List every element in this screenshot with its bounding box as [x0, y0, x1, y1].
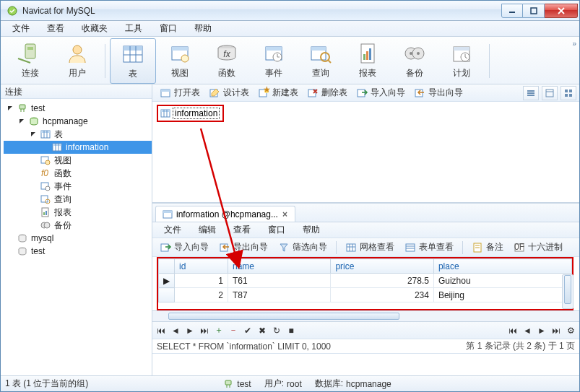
datatb-import-button[interactable]: 导入向导: [155, 240, 213, 254]
nav-first-button[interactable]: ⏮: [154, 324, 168, 337]
toolbar-event-button[interactable]: 事件: [250, 38, 297, 84]
cell[interactable]: Guizhou: [433, 274, 571, 288]
nav-page-last-button[interactable]: ⏭: [549, 324, 563, 337]
nav-next-button[interactable]: ►: [183, 324, 197, 337]
expand-arrow-icon[interactable]: [18, 118, 25, 125]
col-header[interactable]: place: [433, 259, 571, 274]
tree-node[interactable]: 报表: [4, 206, 152, 219]
data-menu-file[interactable]: 文件: [155, 222, 190, 238]
nav-stop-button[interactable]: ■: [284, 324, 298, 337]
expand-arrow-icon[interactable]: [7, 105, 14, 112]
tree-node[interactable]: hcpmanage: [4, 115, 152, 128]
cell[interactable]: Beijing: [433, 288, 571, 302]
cell[interactable]: 2: [175, 288, 228, 302]
col-header[interactable]: price: [331, 259, 433, 274]
close-button[interactable]: [545, 4, 578, 18]
col-header[interactable]: id: [175, 259, 228, 274]
toolbar-view-button[interactable]: 视图: [156, 38, 203, 84]
tree-node[interactable]: 备份: [4, 219, 152, 232]
nav-settings-icon[interactable]: ⚙: [563, 324, 578, 337]
tree-node[interactable]: test: [4, 245, 152, 258]
view-mode-list-button[interactable]: [523, 86, 539, 100]
data-grid[interactable]: idnamepriceplace▶1T61278.5Guizhou2T87234…: [158, 258, 572, 302]
menu-view[interactable]: 查看: [38, 21, 73, 36]
toolbar-query-button[interactable]: 查询: [297, 38, 344, 84]
data-menu-help[interactable]: 帮助: [294, 222, 329, 238]
toolbar-table-button[interactable]: 表: [110, 38, 156, 84]
tree-node[interactable]: 查询: [4, 193, 152, 206]
nav-page-first-button[interactable]: ⏮: [506, 324, 520, 337]
tab-close-button[interactable]: ×: [281, 209, 289, 219]
toolbar-user-button[interactable]: 用户: [53, 38, 100, 84]
maximize-button[interactable]: [523, 4, 545, 18]
nav-last-button[interactable]: ⏭: [197, 324, 212, 337]
menu-favorites[interactable]: 收藏夹: [73, 21, 116, 36]
datatb-hex-button[interactable]: 0F十六进制: [509, 240, 567, 254]
data-tab[interactable]: information @hcpmanag... ×: [155, 206, 295, 222]
svg-rect-18: [266, 47, 282, 51]
connection-tree[interactable]: testhcpmanage表information视图f0函数事件查询报表备份m…: [1, 99, 152, 375]
objtb-export-button[interactable]: 导出向导: [410, 86, 467, 100]
toolbar-function-button[interactable]: fx函数: [203, 38, 250, 84]
nav-cancel-button[interactable]: ✖: [255, 324, 269, 337]
table-row[interactable]: ▶1T61278.5Guizhou: [159, 274, 572, 288]
objtb-delete-button[interactable]: 删除表: [303, 86, 352, 100]
tree-node[interactable]: test: [4, 102, 152, 115]
minimize-button[interactable]: [501, 4, 523, 18]
nav-add-button[interactable]: ＋: [212, 324, 226, 337]
svg-rect-72: [358, 90, 365, 97]
datatb-filter-button[interactable]: 筛选向导: [274, 240, 332, 254]
view-mode-grid-button[interactable]: [560, 86, 576, 100]
nav-refresh-button[interactable]: ↻: [269, 324, 284, 337]
grid-vertical-scrollbar[interactable]: [562, 274, 573, 309]
data-menu-edit[interactable]: 编辑: [190, 222, 225, 238]
datatb-form-button[interactable]: 表单查看: [400, 240, 458, 254]
cell[interactable]: T87: [228, 288, 330, 302]
object-table-item[interactable]: information: [157, 105, 224, 122]
tree-node[interactable]: mysql: [4, 232, 152, 245]
cell[interactable]: 234: [331, 288, 433, 302]
plug-icon: [222, 378, 234, 390]
tree-node[interactable]: 事件: [4, 180, 152, 193]
menu-tools[interactable]: 工具: [116, 21, 151, 36]
nav-page-next-button[interactable]: ►: [534, 324, 549, 337]
toolbar-backup-button[interactable]: 备份: [391, 38, 438, 84]
objtb-import-button[interactable]: 导入向导: [352, 86, 410, 100]
cell[interactable]: 278.5: [331, 274, 433, 288]
expand-arrow-icon[interactable]: [30, 131, 37, 138]
datatb-memo-button[interactable]: 备注: [467, 240, 508, 254]
cell[interactable]: 1: [175, 274, 228, 288]
objtb-design-button[interactable]: 设计表: [204, 86, 254, 100]
svg-rect-107: [225, 380, 231, 385]
objtb-open-button[interactable]: 打开表: [155, 86, 204, 100]
nav-commit-button[interactable]: ✔: [241, 324, 255, 337]
toolbar-report-button[interactable]: 报表: [344, 38, 391, 84]
tree-node[interactable]: 表: [4, 128, 152, 141]
col-header[interactable]: name: [228, 259, 330, 274]
svg-point-52: [46, 160, 50, 165]
nav-prev-button[interactable]: ◄: [168, 324, 183, 337]
tree-node[interactable]: information: [4, 141, 152, 154]
object-list-area[interactable]: information: [152, 102, 579, 203]
nav-delete-button[interactable]: －: [226, 324, 241, 337]
svg-rect-1: [509, 12, 515, 13]
menu-window[interactable]: 窗口: [151, 21, 186, 36]
menu-help[interactable]: 帮助: [186, 21, 220, 36]
objtb-new-button[interactable]: ★新建表: [254, 86, 303, 100]
cell[interactable]: T61: [228, 274, 330, 288]
data-menu-window[interactable]: 窗口: [259, 222, 294, 238]
toolbar-schedule-button[interactable]: 计划: [438, 38, 485, 84]
tree-node[interactable]: f0函数: [4, 167, 152, 180]
grid-horizontal-scrollbar[interactable]: [152, 310, 579, 322]
tree-node[interactable]: 视图: [4, 154, 152, 167]
menu-file[interactable]: 文件: [4, 21, 38, 36]
table-row[interactable]: 2T87234Beijing: [159, 288, 572, 302]
view-mode-detail-button[interactable]: [542, 86, 558, 100]
nav-page-prev-button[interactable]: ◄: [520, 324, 534, 337]
toolbar-overflow-icon[interactable]: »: [572, 40, 575, 48]
data-menu-view[interactable]: 查看: [225, 222, 259, 238]
toolbar-connect-button[interactable]: 连接: [7, 38, 53, 84]
datatb-grid-button[interactable]: 网格查看: [341, 240, 399, 254]
datatb-export-button[interactable]: 导出向导: [215, 240, 272, 254]
row-indicator: [159, 288, 175, 302]
